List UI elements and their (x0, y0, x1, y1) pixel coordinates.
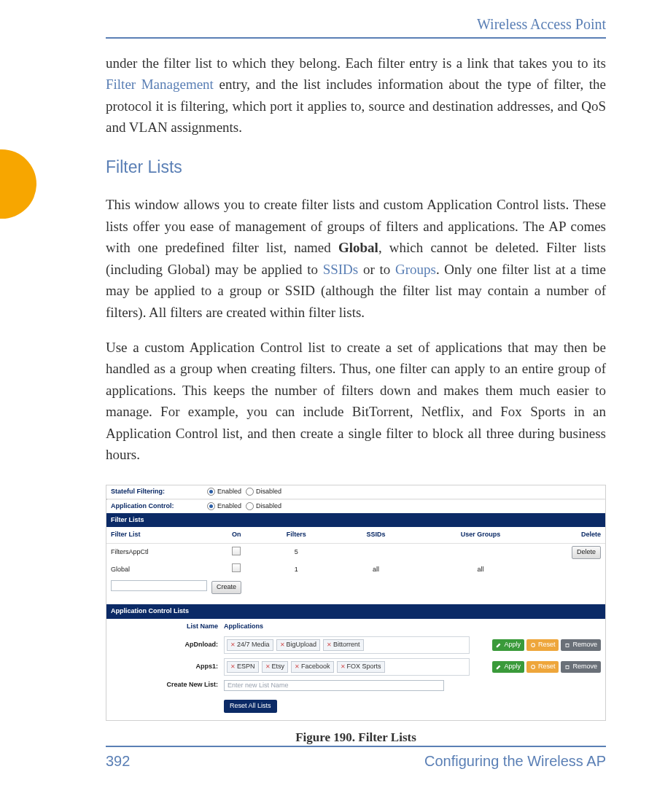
col-filters: Filters (261, 527, 331, 543)
svg-point-0 (532, 644, 535, 647)
close-icon[interactable]: ✕ (341, 663, 346, 671)
close-icon[interactable]: ✕ (327, 641, 332, 649)
app-tag-label: 24/7 Media (237, 640, 270, 650)
cell-groups: all (421, 561, 540, 578)
acl-row-name: ApDnload: (111, 640, 224, 650)
new-list-input[interactable] (111, 580, 207, 591)
table-row: Global 1 all all (106, 561, 605, 578)
radio-stateful-enabled-label: Enabled (217, 487, 241, 497)
app-tag[interactable]: ✕Etsy (262, 661, 289, 673)
radio-group-stateful[interactable]: Enabled Disabled (207, 487, 281, 497)
checkbox-on[interactable] (232, 547, 241, 555)
cell-groups (421, 544, 540, 561)
acl-row-apps[interactable]: ✕ESPN ✕Etsy ✕Facebook ✕FOX Sports (224, 658, 470, 676)
svg-rect-1 (566, 644, 569, 647)
page-number: 392 (106, 750, 130, 773)
link-ssids[interactable]: SSIDs (323, 262, 359, 277)
cell-name[interactable]: FiltersAppCtl (106, 544, 211, 561)
apply-label: Apply (504, 662, 521, 672)
cell-ssids: all (331, 561, 421, 578)
p1-t3: or to (358, 262, 395, 277)
row-stateful-filtering: Stateful Filtering: Enabled Disabled (106, 485, 605, 499)
remove-button[interactable]: Remove (561, 661, 601, 673)
apply-button[interactable]: Apply (492, 661, 524, 673)
trash-icon (564, 642, 570, 648)
app-tag[interactable]: ✕ESPN (227, 661, 259, 673)
remove-button[interactable]: Remove (561, 639, 601, 651)
radio-group-appctl[interactable]: Enabled Disabled (207, 501, 281, 512)
page-footer: 392 Configuring the Wireless AP (106, 746, 606, 773)
radio-stateful-disabled[interactable] (246, 488, 254, 496)
figure-filter-lists: Stateful Filtering: Enabled Disabled App… (106, 485, 606, 721)
radio-appctl-enabled-label: Enabled (217, 501, 241, 512)
col-ssids: SSIDs (331, 527, 421, 543)
close-icon[interactable]: ✕ (295, 663, 300, 671)
trash-icon (564, 664, 570, 670)
footer-section: Configuring the Wireless AP (424, 750, 606, 773)
app-tag-label: Bittorrent (333, 640, 360, 650)
radio-appctl-disabled-label: Disabled (256, 501, 281, 512)
app-tag[interactable]: ✕BigUpload (276, 639, 321, 651)
remove-label: Remove (572, 662, 597, 672)
acl-col-applications: Applications (224, 622, 470, 632)
radio-appctl-disabled[interactable] (246, 502, 254, 510)
col-delete: Delete (540, 527, 605, 543)
intro-paragraph: under the filter list to which they belo… (106, 52, 606, 138)
reset-label: Reset (538, 662, 556, 672)
cell-filters: 5 (261, 544, 331, 561)
acl-row-name: Apps1: (111, 662, 224, 672)
gear-icon (530, 642, 536, 648)
radio-stateful-disabled-label: Disabled (256, 487, 281, 497)
reset-button[interactable]: Reset (526, 639, 559, 651)
acl-row-apps[interactable]: ✕24/7 Media ✕BigUpload ✕Bittorrent (224, 636, 470, 654)
app-control-grid: List Name Applications ApDnload: ✕24/7 M… (106, 619, 605, 695)
svg-rect-4 (566, 665, 569, 668)
close-icon[interactable]: ✕ (265, 663, 271, 671)
acl-col-list-name: List Name (111, 622, 224, 632)
app-tag-label: Etsy (272, 662, 285, 672)
create-new-list-input[interactable]: Enter new List Name (224, 680, 444, 691)
col-on: On (211, 527, 261, 543)
table-row-create: Create (106, 578, 605, 597)
label-stateful: Stateful Filtering: (111, 487, 207, 497)
app-tag[interactable]: ✕24/7 Media (227, 639, 273, 651)
checkbox-on[interactable] (232, 563, 241, 572)
radio-appctl-enabled[interactable] (207, 502, 215, 510)
apply-button[interactable]: Apply (492, 639, 524, 651)
row-app-control: Application Control: Enabled Disabled (106, 500, 605, 513)
close-icon[interactable]: ✕ (280, 641, 285, 649)
create-button[interactable]: Create (211, 581, 241, 594)
close-icon[interactable]: ✕ (230, 641, 236, 649)
paragraph-filter-lists-1: This window allows you to create filter … (106, 194, 606, 323)
p1-bold-global: Global (338, 240, 378, 255)
pencil-icon (496, 664, 502, 670)
link-filter-management[interactable]: Filter Management (106, 77, 214, 92)
link-groups[interactable]: Groups (395, 262, 436, 277)
app-tag[interactable]: ✕Bittorrent (323, 639, 364, 651)
band-app-control-lists: Application Control Lists (106, 604, 605, 619)
label-appctl: Application Control: (111, 501, 207, 512)
intro-text-start: under the filter list to which they belo… (106, 55, 606, 71)
section-title-filter-lists: Filter Lists (106, 155, 606, 181)
cell-ssids (331, 544, 421, 561)
remove-label: Remove (572, 640, 597, 650)
app-tag[interactable]: ✕Facebook (291, 661, 334, 673)
app-tag-label: FOX Sports (347, 662, 381, 672)
reset-all-lists-button[interactable]: Reset All Lists (224, 700, 277, 713)
cell-filters: 1 (261, 561, 331, 578)
reset-button[interactable]: Reset (526, 661, 559, 673)
delete-button[interactable]: Delete (572, 546, 601, 559)
figure-caption: Figure 190. Filter Lists (106, 728, 606, 747)
gear-icon (530, 664, 536, 670)
cell-name[interactable]: Global (106, 561, 211, 578)
create-new-list-placeholder: Enter new List Name (225, 682, 292, 689)
radio-stateful-enabled[interactable] (207, 488, 215, 496)
paragraph-filter-lists-2: Use a custom Application Control list to… (106, 337, 606, 466)
table-row: FiltersAppCtl 5 Delete (106, 544, 605, 561)
app-tag[interactable]: ✕FOX Sports (337, 661, 385, 673)
app-tag-label: ESPN (237, 662, 255, 672)
close-icon[interactable]: ✕ (230, 663, 236, 671)
band-filter-lists: Filter Lists (106, 513, 605, 528)
col-user-groups: User Groups (421, 527, 540, 543)
pencil-icon (496, 642, 502, 648)
